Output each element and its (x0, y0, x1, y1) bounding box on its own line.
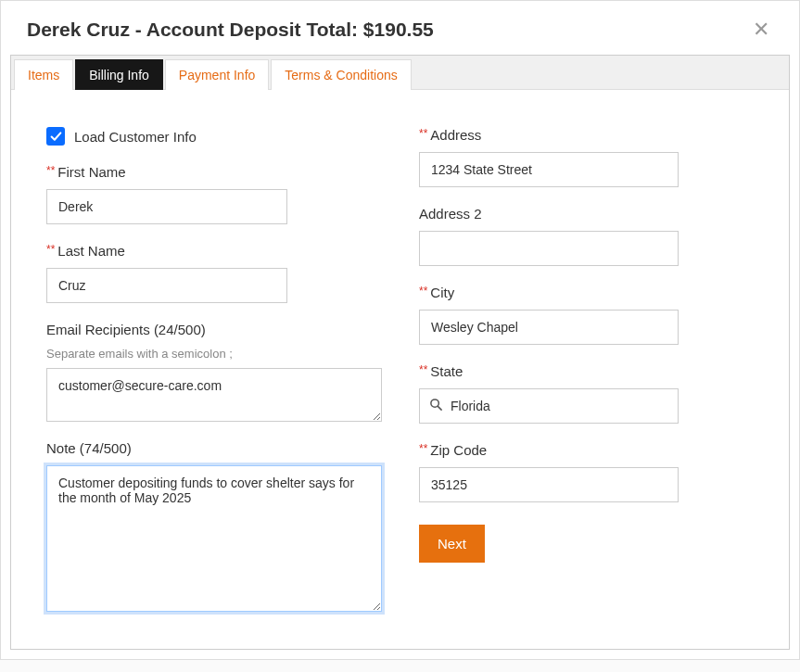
required-mark: ** (419, 127, 427, 140)
state-input[interactable] (451, 399, 668, 413)
right-column: **Address Address 2 **City **State (410, 127, 754, 612)
required-mark: ** (46, 164, 55, 177)
required-mark: ** (419, 285, 427, 298)
left-column: Load Customer Info **First Name **Last N… (46, 127, 410, 612)
tab-terms-conditions[interactable]: Terms & Conditions (271, 59, 411, 90)
state-field: **State (419, 363, 754, 424)
address-input[interactable] (419, 152, 679, 187)
address2-field: Address 2 (419, 206, 754, 266)
email-recipients-hint: Separate emails with a semicolon ; (46, 347, 382, 361)
address-field: **Address (419, 127, 754, 187)
required-mark: ** (419, 442, 427, 455)
svg-line-1 (438, 406, 441, 410)
city-input[interactable] (419, 310, 679, 345)
state-label: State (430, 363, 463, 379)
required-mark: ** (419, 363, 427, 376)
note-field: Note (74/500) Customer depositing funds … (46, 440, 382, 612)
email-recipients-label: Email Recipients (24/500) (46, 322, 382, 337)
note-input[interactable]: Customer depositing funds to cover shelt… (46, 465, 382, 612)
address2-label: Address 2 (419, 206, 754, 222)
zip-label: Zip Code (430, 442, 487, 458)
email-recipients-input[interactable]: customer@secure-care.com (46, 368, 382, 422)
address-label: Address (430, 127, 481, 143)
tab-bar: Items Billing Info Payment Info Terms & … (11, 56, 789, 89)
load-customer-info-label: Load Customer Info (74, 129, 197, 145)
next-button[interactable]: Next (419, 525, 485, 563)
city-label: City (430, 285, 454, 300)
tab-items[interactable]: Items (14, 59, 73, 90)
required-mark: ** (46, 243, 55, 256)
state-search-wrapper[interactable] (419, 388, 679, 424)
tab-payment-info[interactable]: Payment Info (165, 59, 270, 90)
checkmark-icon (50, 131, 62, 143)
content-panel: Items Billing Info Payment Info Terms & … (10, 55, 790, 650)
close-icon: ✕ (753, 18, 769, 41)
first-name-label: First Name (57, 164, 125, 180)
form-body: Load Customer Info **First Name **Last N… (11, 89, 789, 649)
email-recipients-field: Email Recipients (24/500) Separate email… (46, 322, 382, 422)
modal-header: Derek Cruz - Account Deposit Total: $190… (1, 1, 799, 55)
load-customer-info-checkbox[interactable] (46, 127, 65, 146)
address2-input[interactable] (419, 231, 679, 266)
city-field: **City (419, 285, 754, 345)
load-customer-info-row: Load Customer Info (46, 127, 382, 146)
first-name-field: **First Name (46, 164, 382, 224)
last-name-field: **Last Name (46, 243, 382, 303)
zip-input[interactable] (419, 467, 679, 502)
deposit-modal: Derek Cruz - Account Deposit Total: $190… (0, 0, 800, 660)
search-icon (429, 398, 443, 414)
note-label: Note (74/500) (46, 440, 382, 456)
tab-billing-info[interactable]: Billing Info (75, 59, 163, 90)
modal-title: Derek Cruz - Account Deposit Total: $190… (27, 19, 434, 41)
close-button[interactable]: ✕ (749, 16, 773, 44)
last-name-label: Last Name (57, 243, 125, 259)
first-name-input[interactable] (46, 189, 287, 224)
last-name-input[interactable] (46, 268, 287, 303)
zip-field: **Zip Code (419, 442, 754, 502)
